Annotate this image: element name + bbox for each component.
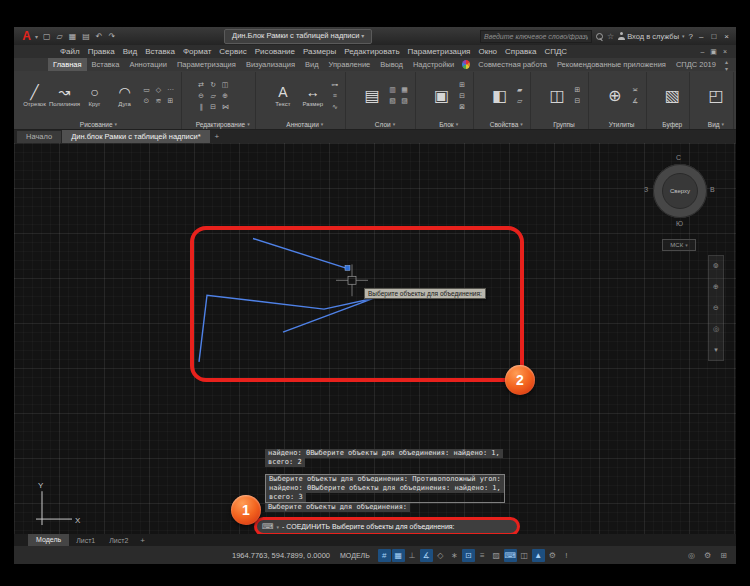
modify-tool-icon[interactable]: ⊟ (208, 102, 219, 112)
navbar-more-icon[interactable]: ▾ (714, 346, 718, 354)
recent-commands-icon[interactable]: ▾ (277, 524, 280, 530)
utility-tool-icon[interactable]: ≍ (630, 85, 641, 95)
doc-restore-button[interactable]: ▣ (707, 48, 720, 56)
arc-button[interactable]: ◠ Дуга (111, 84, 138, 107)
properties-tool-icon[interactable]: ▱ (514, 96, 525, 106)
layer-tool-icon[interactable]: ▧ (387, 96, 398, 106)
document-title-switcher[interactable]: Дин.Блок Рамки с таблицей надписи (224, 29, 372, 44)
panel-clipboard-label[interactable]: Буфер (660, 119, 684, 129)
layout-tab[interactable]: Лист1 (69, 537, 102, 544)
autocad-logo-icon[interactable]: A (19, 29, 34, 43)
line-button[interactable]: ╱ Отрезок (21, 84, 48, 107)
draw-tool-icon[interactable]: ⋯ (165, 85, 176, 95)
grid-toggle[interactable]: # (378, 549, 391, 562)
menu-item[interactable]: Справка (501, 47, 540, 56)
menu-item[interactable]: Сервис (215, 47, 250, 56)
ribbon-tab[interactable]: Вывод (375, 58, 408, 71)
osnap-tracking-toggle[interactable]: ∗ (448, 549, 461, 562)
annotation-monitor-toggle[interactable]: ! (560, 549, 573, 562)
layers-icon[interactable]: ▤ (360, 86, 384, 105)
snap-toggle[interactable]: ▦ (392, 549, 405, 562)
menu-item[interactable]: Формат (179, 47, 215, 56)
annotation-tool-icon[interactable]: ⊶ (329, 80, 340, 90)
view-icon[interactable]: ◰ (704, 86, 728, 105)
command-line[interactable]: ⌨ ▾ - СОЕДИНИТЬ Выберите объекты для объ… (254, 517, 520, 534)
favorites-icon[interactable]: ☆ (607, 32, 614, 41)
ribbon-tab[interactable]: Надстройки (408, 58, 459, 71)
menu-item[interactable]: Окно (474, 47, 501, 56)
panel-modify-label[interactable]: Редактирование (196, 119, 250, 129)
lineweight-toggle[interactable]: ≡ (476, 549, 489, 562)
annotation-tool-icon[interactable]: ≡ (329, 91, 340, 101)
command-keyboard-icon[interactable]: ⌨ (262, 522, 274, 531)
menu-item[interactable]: Параметризация (404, 47, 475, 56)
block-tool-icon[interactable]: ⊞ (457, 80, 468, 90)
modify-tool-icon[interactable]: ⊕ (220, 91, 231, 101)
ribbon-tab[interactable]: Управление (324, 58, 376, 71)
panel-utilities-label[interactable]: Утилиты (603, 119, 641, 129)
viewcube-north[interactable]: С (676, 154, 681, 161)
graphics-performance-button[interactable]: ⚙ (701, 549, 714, 562)
model-space-button[interactable]: МОДЕЛЬ (340, 552, 370, 559)
ribbon-collapse-icon[interactable]: ▴ ▾ (721, 58, 736, 72)
new-layout-button[interactable]: + (135, 536, 150, 545)
transparency-toggle[interactable]: ▨ (490, 549, 503, 562)
menu-item[interactable]: Рисование (251, 47, 299, 56)
circle-button[interactable]: ○ Круг (81, 84, 108, 107)
file-tab-active[interactable]: Дин.блок Рамки с таблицей надписи* (62, 130, 209, 143)
groups-icon[interactable]: ◫ (545, 86, 569, 105)
block-tool-icon[interactable]: ⊠ (457, 102, 468, 112)
layer-tool-icon[interactable]: ▦ (399, 85, 410, 95)
utilities-icon[interactable]: ⊕ (603, 86, 627, 105)
search-icon[interactable] (596, 33, 603, 40)
viewcube-east[interactable]: В (710, 186, 715, 193)
panel-block-label[interactable]: Блок (430, 119, 468, 129)
layer-tool-icon[interactable]: ▨ (399, 96, 410, 106)
search-input[interactable] (480, 30, 592, 43)
draw-tool-icon[interactable]: ≋ (153, 96, 164, 106)
block-icon[interactable]: ▣ (430, 86, 454, 105)
modify-tool-icon[interactable]: ⋈ (220, 102, 231, 112)
menu-item[interactable]: Правка (84, 47, 119, 56)
panel-groups-label[interactable]: Группы (545, 119, 583, 129)
block-tool-icon[interactable]: ⊟ (457, 91, 468, 101)
utility-tool-icon[interactable]: ∡ (630, 96, 641, 106)
qnew-button[interactable]: ▢ (42, 32, 52, 41)
open-button[interactable]: ▱ (56, 32, 64, 41)
doc-close-button[interactable]: × (720, 48, 730, 55)
workspace-switching-button[interactable]: ⚙ (546, 549, 559, 562)
clipboard-icon[interactable]: ▧ (660, 86, 684, 105)
group-tool-icon[interactable]: ⊞ (572, 85, 583, 95)
maximize-button[interactable]: □ (709, 32, 718, 41)
modify-tool-icon[interactable]: ⊖ (196, 91, 207, 101)
ribbon-tab[interactable]: Вид (300, 58, 324, 71)
drawing-canvas[interactable]: Y X С Ю З В Сверху МСК ⊚ ⊕ ⊖ ◎ ▾ 2 1 (14, 143, 736, 534)
object-snap-toggle[interactable]: ⊡ (462, 549, 475, 562)
menu-item[interactable]: Размеры (299, 47, 340, 56)
menu-item[interactable]: Редактировать (340, 47, 403, 56)
ribbon-tab[interactable]: Совместная работа (473, 58, 552, 71)
undo-button[interactable]: ↶ (95, 32, 104, 41)
draw-tool-icon[interactable]: ⊞ (165, 96, 176, 106)
draw-tool-icon[interactable]: ▭ (141, 85, 152, 95)
ribbon-tab[interactable]: Параметризация (172, 58, 241, 71)
app-menu-chevron-icon[interactable]: ▾ (35, 33, 38, 40)
command-prompt-text[interactable]: - СОЕДИНИТЬ Выберите объекты для объедин… (282, 523, 454, 530)
panel-properties-label[interactable]: Свойства (487, 119, 525, 129)
ortho-toggle[interactable]: ⊥ (406, 549, 419, 562)
modify-tool-icon[interactable]: ⇄ (196, 80, 207, 90)
ribbon-tab[interactable]: СПДС 2019 (671, 58, 721, 71)
layer-tool-icon[interactable]: ▥ (387, 85, 398, 95)
isodraft-toggle[interactable]: ◇ (434, 549, 447, 562)
nav-wheel-icon[interactable]: ⊚ (713, 262, 719, 270)
viewcube-south[interactable]: Ю (676, 220, 683, 227)
viewcube[interactable]: С Ю З В Сверху (644, 155, 716, 229)
viewcube-top-face[interactable]: Сверху (662, 173, 698, 209)
ribbon-tab[interactable]: Аннотации (124, 58, 172, 71)
ribbon-tab[interactable]: Вставка (87, 58, 125, 71)
save-button[interactable]: ▦ (68, 32, 78, 41)
plot-button[interactable]: ▤ (81, 32, 91, 41)
pan-icon[interactable]: ⊕ (713, 283, 719, 291)
panel-annotation-label[interactable]: Аннотации (269, 119, 340, 129)
new-drawing-tab-button[interactable]: + (211, 131, 224, 143)
